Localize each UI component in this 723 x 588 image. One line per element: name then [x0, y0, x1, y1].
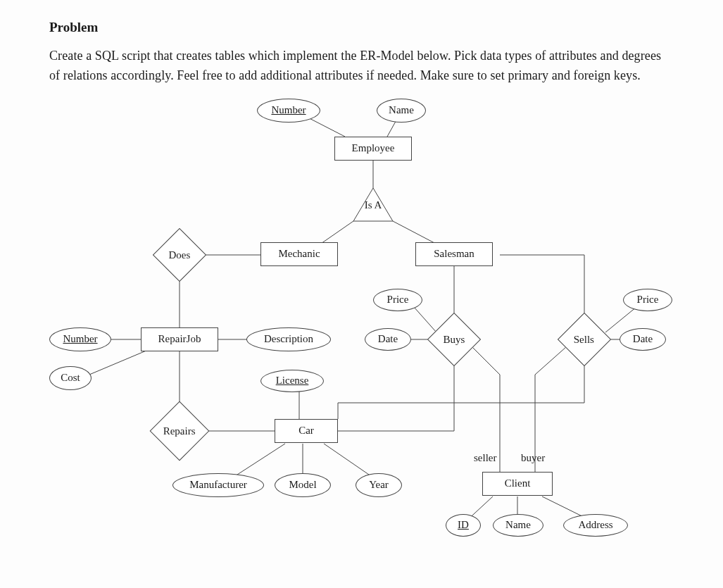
svg-line-28	[472, 346, 500, 375]
attr-car-manufacturer: Manufacturer	[172, 473, 264, 497]
entity-client: Client	[482, 472, 553, 496]
attr-client-address: Address	[563, 514, 628, 537]
svg-line-30	[535, 346, 567, 375]
isa-triangle: Is A	[353, 192, 393, 220]
er-diagram: Number Name Employee Is A Mechanic Sales…	[49, 93, 683, 544]
attr-repairjob-cost: Cost	[49, 366, 92, 390]
entity-mechanic: Mechanic	[260, 242, 338, 266]
heading: Problem	[49, 20, 674, 35]
attr-car-license: License	[260, 370, 324, 392]
attr-repairjob-number: Number	[49, 327, 111, 351]
attr-sells-price: Price	[623, 289, 672, 311]
attr-car-year: Year	[356, 473, 402, 497]
entity-salesman: Salesman	[415, 242, 493, 266]
role-seller: seller	[474, 452, 496, 464]
svg-line-8	[81, 350, 148, 378]
attr-sells-date: Date	[620, 328, 666, 351]
entity-repairjob: RepairJob	[141, 327, 218, 351]
attr-client-name: Name	[493, 514, 543, 537]
attr-employee-number: Number	[257, 99, 320, 123]
entity-employee: Employee	[334, 137, 412, 161]
attr-repairjob-description: Description	[246, 327, 331, 351]
attr-client-id: ID	[446, 514, 481, 537]
attr-employee-name: Name	[377, 99, 426, 123]
entity-car: Car	[275, 419, 338, 443]
attr-buys-price: Price	[373, 289, 422, 311]
role-buyer: buyer	[521, 452, 545, 464]
attr-buys-date: Date	[365, 328, 411, 351]
attr-car-model: Model	[275, 473, 331, 497]
problem-text: Create a SQL script that creates tables …	[49, 46, 674, 86]
